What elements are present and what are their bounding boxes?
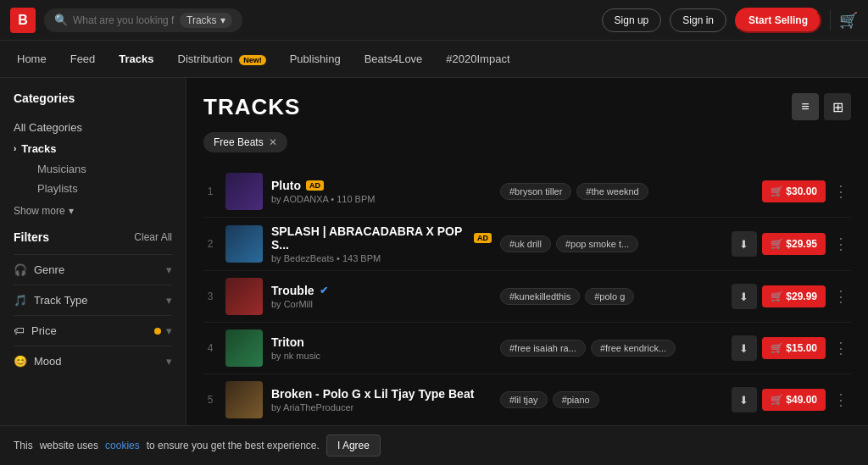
track-title[interactable]: SPLASH | ABRACADABRA X POP S... bbox=[271, 224, 469, 252]
chevron-down-icon-price: ▾ bbox=[166, 324, 172, 337]
track-tag[interactable]: #bryson tiller bbox=[500, 183, 571, 200]
track-title[interactable]: Triton bbox=[271, 335, 304, 349]
chevron-down-icon-sm: ▾ bbox=[69, 205, 74, 217]
price-filter[interactable]: 🏷 Price ▾ bbox=[14, 315, 172, 346]
track-row: 4 Triton by nk music #free isaiah ra...#… bbox=[203, 323, 851, 374]
genre-label: 🎧 Genre bbox=[14, 263, 64, 276]
verified-icon: ✔ bbox=[320, 285, 328, 296]
cart-icon[interactable]: 🛒 bbox=[839, 11, 858, 30]
track-tag[interactable]: #pop smoke t... bbox=[556, 235, 638, 252]
track-meta: by BedezBeats • 143 BPM bbox=[271, 253, 492, 263]
content-header: TRACKS ≡ ⊞ bbox=[203, 93, 851, 120]
free-beats-tag: Free Beats ✕ bbox=[203, 132, 287, 152]
track-row: 1 Pluto AD by AODANXA • 110 BPM #bryson … bbox=[203, 166, 851, 218]
track-actions: ⬇ 🛒 $29.99 ⋮ bbox=[732, 284, 851, 309]
ad-badge: AD bbox=[474, 233, 492, 243]
nav-publishing[interactable]: Publishing bbox=[290, 53, 341, 65]
tag-label: Free Beats bbox=[214, 136, 264, 148]
cookie-agree-button[interactable]: I Agree bbox=[326, 435, 381, 457]
track-tag[interactable]: #free kendrick... bbox=[591, 340, 676, 357]
track-tag[interactable]: #the weeknd bbox=[576, 183, 648, 200]
track-row: 2 SPLASH | ABRACADABRA X POP S... AD by … bbox=[203, 218, 851, 271]
download-button[interactable]: ⬇ bbox=[732, 284, 757, 309]
more-options-button[interactable]: ⋮ bbox=[831, 338, 851, 358]
price-button[interactable]: 🛒 $29.99 bbox=[762, 285, 826, 307]
track-thumbnail[interactable] bbox=[225, 173, 263, 210]
track-actions: ⬇ 🛒 $49.00 ⋮ bbox=[732, 387, 851, 412]
start-selling-button[interactable]: Start Selling bbox=[735, 8, 821, 33]
price-button[interactable]: 🛒 $30.00 bbox=[762, 180, 826, 202]
track-tag[interactable]: #polo g bbox=[585, 288, 634, 305]
remove-tag-button[interactable]: ✕ bbox=[269, 136, 277, 148]
track-number: 3 bbox=[203, 291, 217, 302]
download-button[interactable]: ⬇ bbox=[732, 387, 757, 412]
logo[interactable]: B bbox=[10, 8, 36, 33]
track-name: Pluto AD bbox=[271, 179, 492, 192]
track-number: 4 bbox=[203, 342, 217, 354]
track-info: Pluto AD by AODANXA • 110 BPM bbox=[271, 179, 492, 204]
track-thumbnail[interactable] bbox=[225, 381, 263, 418]
grid-view-button[interactable]: ⊞ bbox=[824, 93, 851, 120]
nav-home[interactable]: Home bbox=[17, 53, 47, 65]
nav-beats4love[interactable]: Beats4Love bbox=[364, 53, 423, 65]
search-category-dropdown[interactable]: Tracks ▾ bbox=[180, 13, 232, 28]
track-row: 3 Trouble ✔ by CorMill #kunekilledthis#p… bbox=[203, 271, 851, 323]
chevron-down-icon-type: ▾ bbox=[166, 294, 172, 307]
active-filters: Free Beats ✕ bbox=[203, 132, 851, 152]
nav-tracks[interactable]: Tracks bbox=[119, 53, 153, 65]
price-button[interactable]: 🛒 $15.00 bbox=[762, 337, 826, 359]
more-options-button[interactable]: ⋮ bbox=[831, 234, 851, 254]
music-note-icon: 🎵 bbox=[14, 294, 27, 307]
track-tags: #free isaiah ra...#free kendrick... bbox=[500, 340, 723, 357]
more-options-button[interactable]: ⋮ bbox=[831, 181, 851, 202]
track-title[interactable]: Pluto bbox=[271, 179, 301, 192]
search-bar: 🔍 Tracks ▾ bbox=[44, 8, 242, 32]
main-content: TRACKS ≡ ⊞ Free Beats ✕ 1 Pluto AD by bbox=[186, 78, 868, 465]
track-tag[interactable]: #free isaiah ra... bbox=[500, 340, 586, 357]
track-thumbnail[interactable] bbox=[225, 329, 263, 367]
signin-button[interactable]: Sign in bbox=[670, 8, 726, 32]
clear-all-button[interactable]: Clear All bbox=[134, 231, 172, 243]
download-button[interactable]: ⬇ bbox=[732, 335, 757, 361]
sidebar-playlists[interactable]: Playlists bbox=[14, 179, 172, 198]
nav-2020impact[interactable]: #2020Impact bbox=[446, 53, 509, 65]
categories-title: Categories bbox=[14, 91, 172, 105]
cookie-link[interactable]: cookies bbox=[105, 440, 140, 451]
track-thumbnail[interactable] bbox=[225, 225, 263, 263]
more-options-button[interactable]: ⋮ bbox=[831, 286, 851, 307]
more-options-button[interactable]: ⋮ bbox=[831, 390, 851, 410]
mood-filter[interactable]: 😊 Mood ▾ bbox=[14, 346, 172, 376]
signup-button[interactable]: Sign up bbox=[602, 8, 662, 32]
track-title[interactable]: Broken - Polo G x Lil Tjay Type Beat bbox=[271, 387, 474, 401]
list-view-button[interactable]: ≡ bbox=[792, 93, 819, 120]
track-number: 2 bbox=[203, 238, 217, 250]
track-tags: #lil tjay#piano bbox=[500, 391, 723, 408]
track-type-filter[interactable]: 🎵 Track Type ▾ bbox=[14, 285, 172, 315]
filters-section: Filters Clear All bbox=[14, 230, 172, 244]
nav-feed[interactable]: Feed bbox=[70, 53, 96, 65]
track-tag[interactable]: #piano bbox=[553, 391, 599, 408]
track-info: Triton by nk music bbox=[271, 335, 492, 361]
sidebar-tracks[interactable]: › Tracks bbox=[14, 138, 172, 159]
track-thumbnail[interactable] bbox=[225, 278, 263, 315]
price-button[interactable]: 🛒 $29.95 bbox=[762, 233, 826, 255]
price-button[interactable]: 🛒 $49.00 bbox=[762, 389, 826, 411]
track-meta: by AriaTheProducer bbox=[271, 402, 492, 412]
download-button[interactable]: ⬇ bbox=[732, 231, 757, 257]
show-more-button[interactable]: Show more ▾ bbox=[14, 205, 172, 217]
track-info: SPLASH | ABRACADABRA X POP S... AD by Be… bbox=[271, 224, 492, 263]
nav-distribution[interactable]: Distribution New! bbox=[178, 53, 266, 65]
track-name: SPLASH | ABRACADABRA X POP S... AD bbox=[271, 224, 492, 252]
track-tag[interactable]: #kunekilledthis bbox=[500, 288, 580, 305]
track-tag[interactable]: #uk drill bbox=[500, 235, 551, 252]
sidebar-musicians[interactable]: Musicians bbox=[14, 159, 172, 179]
track-title[interactable]: Trouble bbox=[271, 284, 314, 297]
price-active-indicator bbox=[154, 328, 161, 335]
track-meta: by CorMill bbox=[271, 299, 492, 309]
track-tag[interactable]: #lil tjay bbox=[500, 391, 548, 408]
track-actions: 🛒 $30.00 ⋮ bbox=[762, 180, 851, 202]
search-input[interactable] bbox=[73, 14, 175, 26]
sidebar-all-categories[interactable]: All Categories bbox=[14, 117, 172, 138]
genre-filter[interactable]: 🎧 Genre ▾ bbox=[14, 254, 172, 285]
track-name: Broken - Polo G x Lil Tjay Type Beat bbox=[271, 387, 492, 401]
